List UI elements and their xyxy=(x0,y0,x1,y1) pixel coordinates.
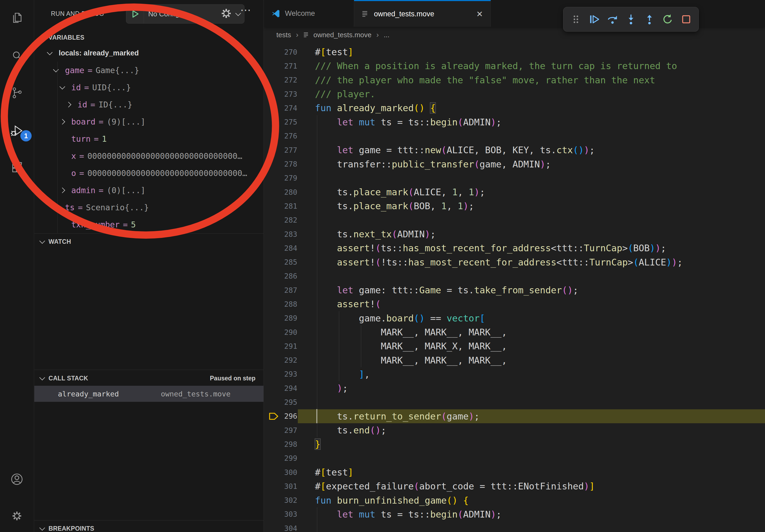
code-line: 304 xyxy=(264,521,765,532)
line-number: 271 xyxy=(280,62,297,70)
breadcrumb-folder[interactable]: tests xyxy=(276,31,291,39)
tab-owned-tests[interactable]: owned_tests.move ✕ xyxy=(354,0,491,27)
active-indent-guide xyxy=(316,409,318,423)
step-over-button[interactable] xyxy=(605,12,619,26)
current-execution-line: 296 ts.return_to_sender(game); xyxy=(264,409,765,423)
code-text: assert!(!ts::has_most_recent_for_address… xyxy=(315,257,683,268)
variable-row[interactable]: ts=Scenario{...} xyxy=(34,199,264,216)
equals-sign: = xyxy=(75,203,86,212)
paused-status: Paused on step xyxy=(210,371,256,386)
vscode-logo-icon xyxy=(272,9,280,18)
gear-icon[interactable] xyxy=(219,6,233,21)
variable-row[interactable]: admin=(0)[...] xyxy=(34,182,264,199)
variable-name: o xyxy=(71,168,76,178)
chevron-down-icon xyxy=(39,375,45,380)
variable-row[interactable]: board=(9)[...] xyxy=(34,113,264,130)
code-text: MARK__, MARK__, MARK__, xyxy=(315,327,507,338)
breadcrumb-symbol[interactable]: ... xyxy=(383,31,389,39)
code-text: #[test] xyxy=(315,47,353,57)
section-divider xyxy=(34,233,264,234)
editor-group[interactable]: Welcome owned_tests.move ✕ te xyxy=(264,0,765,532)
code-line: 276 xyxy=(264,129,765,143)
call-stack-frame[interactable]: already_marked owned_tests.move xyxy=(34,386,264,402)
variable-name: admin xyxy=(71,186,95,195)
code-area[interactable]: 270#[test]271/// When a position is alre… xyxy=(264,45,765,532)
section-watch[interactable]: WATCH xyxy=(34,234,264,249)
variable-row[interactable]: txn_number=5 xyxy=(34,216,264,233)
close-icon[interactable]: ✕ xyxy=(476,9,483,19)
variable-row[interactable]: o=00000000000000000000000000000000… xyxy=(34,164,264,182)
tree-indent-guide xyxy=(57,62,58,216)
variable-value: 00000000000000000000000000000000… xyxy=(87,168,247,178)
debug-toolbar xyxy=(563,7,699,32)
scope-row[interactable]: locals: already_marked xyxy=(34,45,264,62)
variable-row[interactable]: turn=1 xyxy=(34,130,264,147)
continue-button[interactable] xyxy=(587,12,601,26)
breadcrumb-file[interactable]: owned_tests.move xyxy=(313,31,372,39)
code-line: 277 let game = ttt::new(ALICE, BOB, KEY,… xyxy=(264,143,765,157)
frame-function: already_marked xyxy=(58,390,119,398)
variable-row[interactable]: id=UID{...} xyxy=(34,79,264,96)
source-control-icon[interactable] xyxy=(10,86,24,100)
variable-name: turn xyxy=(71,134,91,143)
code-text: } xyxy=(315,439,320,449)
variable-value: Game{...} xyxy=(96,66,139,75)
line-number: 302 xyxy=(280,496,297,504)
line-number: 286 xyxy=(280,272,297,280)
variable-row[interactable]: id=ID{...} xyxy=(34,96,264,113)
line-number: 280 xyxy=(280,188,297,196)
code-line: 293 ], xyxy=(264,367,765,381)
tab-welcome[interactable]: Welcome xyxy=(264,0,354,27)
move-file-icon xyxy=(362,10,369,18)
extensions-icon[interactable] xyxy=(10,161,24,175)
drag-handle-icon[interactable] xyxy=(569,12,583,26)
equals-sign: = xyxy=(81,83,92,92)
variable-name: x xyxy=(71,151,76,161)
step-into-button[interactable] xyxy=(624,12,638,26)
settings-gear-icon[interactable] xyxy=(10,509,24,523)
start-debug-icon[interactable] xyxy=(126,5,144,23)
chevron-down-icon xyxy=(53,204,59,209)
variable-row[interactable]: game=Game{...} xyxy=(34,62,264,79)
variable-value: ID{...} xyxy=(98,100,132,109)
variable-name: board xyxy=(71,117,95,127)
line-number: 278 xyxy=(280,160,297,168)
line-number: 298 xyxy=(280,440,297,448)
chevron-down-icon xyxy=(39,238,45,243)
variable-value: 1 xyxy=(102,134,107,143)
code-text: assert!(ts::has_most_recent_for_address<… xyxy=(315,243,666,253)
variable-row[interactable]: x=0000000000000000000000000000000… xyxy=(34,147,264,164)
code-line: 294 ); xyxy=(264,381,765,395)
section-variables[interactable]: VARIABLES xyxy=(34,30,264,45)
chevron-right-icon xyxy=(66,102,71,107)
code-line: 283 ts.next_tx(ADMIN); xyxy=(264,227,765,241)
code-text: let game = ttt::new(ALICE, BOB, KEY, ts.… xyxy=(315,145,595,155)
code-line: 287 let game: ttt::Game = ts.take_from_s… xyxy=(264,283,765,297)
variable-value: (9)[...] xyxy=(107,117,146,127)
more-actions-icon[interactable]: ⋯ xyxy=(240,4,251,16)
variables-tree: locals: already_markedgame=Game{...}id=U… xyxy=(34,45,264,233)
line-number: 277 xyxy=(280,146,297,154)
chevron-right-icon: › xyxy=(376,31,379,39)
account-icon[interactable] xyxy=(10,472,24,486)
line-number: 295 xyxy=(280,398,297,406)
section-breakpoints[interactable]: BREAKPOINTS xyxy=(34,521,264,532)
equals-sign: = xyxy=(76,168,87,178)
frame-file: owned_tests.move xyxy=(161,390,231,398)
restart-button[interactable] xyxy=(661,12,675,26)
search-icon[interactable] xyxy=(10,49,24,63)
code-line: 275 let mut ts = ts::begin(ADMIN); xyxy=(264,115,765,129)
section-call-stack[interactable]: CALL STACK Paused on step xyxy=(34,371,264,386)
code-line: 280 ts.place_mark(ALICE, 1, 1); xyxy=(264,185,765,199)
variable-name: txn_number xyxy=(71,220,120,229)
step-out-button[interactable] xyxy=(642,12,656,26)
code-line: 285 assert!(!ts::has_most_recent_for_add… xyxy=(264,255,765,269)
variable-value: (0)[...] xyxy=(107,186,146,195)
stop-button[interactable] xyxy=(679,12,693,26)
code-text: ts.next_tx(ADMIN); xyxy=(315,229,435,239)
code-text: let game: ttt::Game = ts.take_from_sende… xyxy=(315,285,578,296)
code-line: 279 xyxy=(264,171,765,185)
explorer-icon[interactable] xyxy=(10,11,24,25)
code-text: transfer::public_transfer(game, ADMIN); xyxy=(315,159,551,169)
code-text: ); xyxy=(315,383,348,394)
